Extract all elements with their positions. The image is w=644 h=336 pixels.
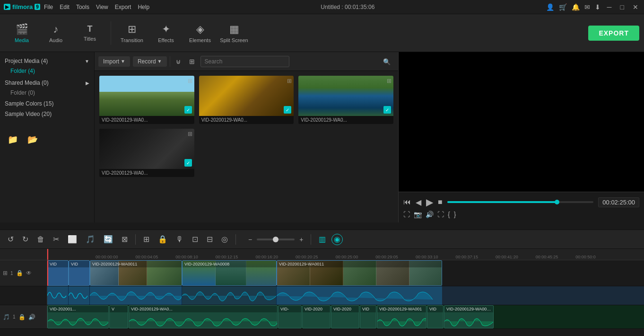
snap-icon[interactable]: ◉	[331, 234, 343, 245]
preview-controls: ⏮ ◀ ▶ ■ 00:02:25:00 ⛶ 📷 🔊 ⛶ { }	[399, 192, 644, 222]
progress-bar[interactable]	[447, 201, 594, 203]
split-button[interactable]: ⊟	[204, 233, 216, 245]
audio-clip[interactable]: VID-2020	[302, 305, 331, 328]
lock-icon[interactable]: 🔒	[155, 233, 170, 245]
split-view-icon[interactable]: ▥	[316, 233, 329, 245]
sidebar-sample-video[interactable]: Sample Video (20)	[0, 109, 94, 119]
skip-back-button[interactable]: ⏮	[403, 198, 411, 206]
voice-button[interactable]: 🎙	[173, 234, 186, 245]
audio-mute-icon[interactable]: 🔊	[28, 314, 35, 320]
color-button[interactable]: 🔄	[101, 233, 116, 245]
sidebar-group-project: Project Media (4) ▼ Folder (4)	[0, 55, 94, 77]
bell-icon[interactable]: 🔔	[572, 3, 580, 11]
audio-clip[interactable]: VID-	[278, 305, 302, 328]
sidebar-sample-colors[interactable]: Sample Colors (15)	[0, 98, 94, 109]
mail-icon[interactable]: ✉	[584, 3, 590, 11]
add-folder-icon[interactable]: 📁	[5, 133, 21, 146]
grid-layout-icon[interactable]: ⊞	[186, 56, 198, 67]
sidebar-folder-0[interactable]: Folder (0)	[0, 88, 94, 97]
track-lock-icon[interactable]: 🔒	[16, 270, 23, 276]
prev-frame-button[interactable]: ◀	[416, 198, 421, 207]
track-grid-icon[interactable]: ⊞	[3, 270, 8, 276]
toolbar-audio[interactable]: ♪ Audio	[39, 17, 73, 50]
elements-label: Elements	[189, 37, 211, 43]
delete-button[interactable]: 🗑	[34, 234, 47, 245]
mark-out-icon[interactable]: }	[454, 211, 456, 218]
undo-button[interactable]: ↺	[5, 233, 17, 245]
track-number-video: 1	[10, 271, 13, 276]
zoom-out-icon[interactable]: −	[245, 234, 255, 245]
toolbar-elements[interactable]: ◈ Elements	[183, 17, 217, 50]
transition-label: Transition	[121, 37, 143, 43]
audio-clip[interactable]: VID-2020	[331, 305, 359, 328]
audio-clip[interactable]: VID-202001...	[47, 305, 109, 328]
volume-icon[interactable]: 🔊	[426, 211, 434, 218]
sidebar-shared-media[interactable]: Shared Media (0) ▶	[0, 78, 94, 88]
redo-button[interactable]: ↻	[19, 233, 31, 245]
audio-clip[interactable]: VID	[360, 305, 376, 328]
stop-button[interactable]: ■	[438, 198, 443, 206]
remove-folder-icon[interactable]: 📂	[25, 133, 41, 146]
video-clip[interactable]: VID	[47, 260, 69, 286]
zoom-in-icon[interactable]: +	[296, 234, 306, 245]
toolbar-media[interactable]: 🎬 Media	[5, 17, 39, 50]
import-button[interactable]: Import ▼	[98, 56, 130, 67]
playback-controls: ⏮ ◀ ▶ ■ 00:02:25:00	[403, 196, 639, 208]
transform-button[interactable]: ⊠	[119, 233, 131, 245]
menu-edit[interactable]: Edit	[60, 4, 70, 10]
toolbar-effects[interactable]: ✦ Effects	[149, 17, 183, 50]
filter-icon[interactable]: ⊎	[173, 56, 183, 67]
grid-thumb-icon: ⊞	[188, 78, 192, 84]
audio-clip-label: V	[110, 306, 128, 312]
preview-progress-bar[interactable]	[447, 201, 594, 203]
menu-view[interactable]: View	[96, 4, 108, 10]
sidebar-folder-4[interactable]: Folder (4)	[0, 66, 94, 76]
export-button[interactable]: EXPORT	[588, 26, 639, 41]
mark-in-icon[interactable]: {	[448, 211, 450, 218]
record-button[interactable]: Record ▼	[133, 56, 167, 67]
video-clip[interactable]: VID	[69, 260, 90, 286]
cut-button[interactable]: ✂	[50, 233, 62, 245]
pip-button[interactable]: ⊡	[189, 233, 201, 245]
audio-clip[interactable]: VID-20200129-WA001	[377, 305, 426, 328]
user-icon[interactable]: 👤	[546, 3, 554, 11]
menu-help[interactable]: Help	[138, 4, 149, 10]
video-clip[interactable]: VID-20200129-WA0011	[90, 260, 182, 286]
snapshot-icon[interactable]: 📷	[414, 211, 422, 218]
toolbar-titles[interactable]: T Titles	[73, 17, 107, 50]
minimize-button[interactable]: ─	[605, 3, 614, 11]
sidebar-project-media[interactable]: Project Media (4) ▼	[0, 56, 94, 66]
audio-clip[interactable]: VID-20200129-WA0...	[129, 305, 278, 328]
pip-icon[interactable]: ⛶	[437, 211, 444, 218]
media-item[interactable]: ⊞ ✓ VID-20200129-WA0...	[99, 76, 194, 124]
menu-export[interactable]: Export	[115, 4, 131, 10]
download-icon[interactable]: ⬇	[595, 3, 600, 11]
media-item[interactable]: ⊞ ✓ VID-20200129-WA0...	[99, 129, 194, 177]
video-clip[interactable]: VID-20200129-WA0011	[277, 260, 442, 286]
search-input[interactable]	[200, 56, 289, 67]
maximize-button[interactable]: □	[618, 3, 626, 11]
audio-lock-icon[interactable]: 🔒	[18, 314, 26, 320]
speed-button[interactable]: ◎	[218, 233, 231, 245]
media-item[interactable]: ⊞ ✓ VID-20200129-WA0...	[199, 76, 294, 124]
menu-file[interactable]: File	[44, 4, 53, 10]
menu-tools[interactable]: Tools	[76, 4, 89, 10]
audio-clip[interactable]: VID-20200129-WA0017	[444, 305, 494, 328]
cart-icon[interactable]: 🛒	[559, 3, 567, 11]
track-header-audio-sub	[0, 286, 47, 305]
crop-button[interactable]: ⬜	[65, 233, 80, 245]
close-button[interactable]: ✕	[631, 3, 640, 11]
zoom-slider[interactable]	[257, 239, 295, 240]
audio-clip[interactable]: V	[109, 305, 128, 328]
media-item[interactable]: ⊞ ✓ VID-20200129-WA0...	[298, 76, 393, 124]
audio-detach-button[interactable]: 🎵	[83, 233, 98, 245]
audio-clip[interactable]: VID	[427, 305, 444, 328]
toolbar-transition[interactable]: ⊞ Transition	[115, 17, 149, 50]
add-track-button[interactable]: ⊞	[140, 233, 152, 245]
video-clip[interactable]: VID-20200129-WA0008	[182, 260, 277, 286]
clip-label: VID	[69, 261, 89, 267]
track-eye-icon[interactable]: 👁	[26, 270, 32, 276]
fullscreen-preview-icon[interactable]: ⛶	[403, 211, 410, 218]
toolbar-splitscreen[interactable]: ▦ Split Screen	[217, 17, 251, 50]
play-button[interactable]: ▶	[426, 196, 433, 208]
